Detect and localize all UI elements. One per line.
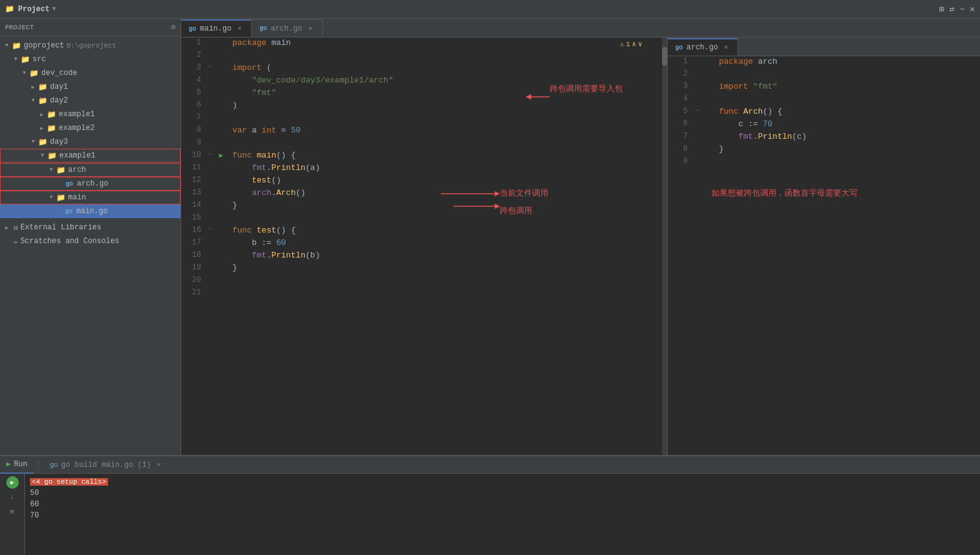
- minus-icon[interactable]: −: [959, 4, 964, 14]
- bottom-tab-run[interactable]: ▶ Run: [0, 456, 34, 474]
- right-code-content-2[interactable]: [714, 69, 980, 81]
- code-content-1[interactable]: package main: [227, 38, 667, 50]
- chevron-up-icon[interactable]: ∧: [632, 40, 636, 48]
- title-dropdown-icon[interactable]: ▼: [52, 6, 56, 12]
- right-line-num-8: 8: [668, 144, 693, 156]
- tree-item-day3-example1[interactable]: ▼ 📁 example1: [0, 149, 181, 162]
- tree-item-day2-example2[interactable]: ▶ 📁 example2: [0, 121, 181, 135]
- tree-item-day3[interactable]: ▼ 📁 day3: [0, 135, 181, 149]
- code-content-3[interactable]: import (: [227, 62, 667, 75]
- right-fold-5[interactable]: −: [693, 106, 701, 119]
- tree-item-main-folder[interactable]: ▼ 📁 main: [0, 191, 181, 204]
- right-code-content-5[interactable]: func Arch() {: [714, 106, 980, 119]
- code-content-6[interactable]: ): [227, 100, 667, 112]
- sidebar-settings-icon[interactable]: ⚙: [171, 22, 176, 32]
- tree-item-dev-code[interactable]: ▼ 📁 dev_code: [0, 66, 181, 80]
- right-fold-3: [693, 81, 701, 94]
- right-editor[interactable]: 1 package arch 2 3: [668, 56, 980, 455]
- line-num-6: 6: [181, 100, 206, 112]
- code-content-21[interactable]: [227, 288, 667, 300]
- terminal-content[interactable]: <4 go setup calls> 50 60 70: [25, 474, 980, 555]
- code-content-17[interactable]: b := 60: [227, 238, 667, 250]
- fold-10[interactable]: −: [206, 150, 215, 162]
- code-line-9: 9: [181, 138, 667, 150]
- tree-label-dev-code: dev_code: [41, 69, 77, 78]
- fold-14: [206, 200, 215, 212]
- right-code-line-9: 9: [668, 156, 980, 169]
- code-line-4: 4 "dev_code/day3/example1/arch": [181, 75, 667, 88]
- right-code-content-3[interactable]: import "fmt": [714, 81, 980, 94]
- right-code-content-6[interactable]: c := 70: [714, 119, 980, 131]
- tree-item-day2-example1[interactable]: ▶ 📁 example1: [0, 108, 181, 121]
- right-code-content-8[interactable]: }: [714, 144, 980, 156]
- code-line-8: 8 var a int = 50: [181, 125, 667, 138]
- output-value-60: 60: [30, 500, 39, 509]
- stop-icon[interactable]: ≡: [10, 508, 15, 517]
- code-content-15[interactable]: [227, 212, 667, 225]
- fold-3[interactable]: −: [206, 62, 215, 75]
- code-content-12[interactable]: test(): [227, 175, 667, 188]
- scrollbar-track[interactable]: [662, 38, 667, 455]
- tab-go-icon-arch-right: go: [675, 44, 683, 51]
- code-line-3: 3 − import (: [181, 62, 667, 75]
- scrollbar-thumb[interactable]: [662, 47, 667, 66]
- code-content-19[interactable]: }: [227, 262, 667, 275]
- code-content-5[interactable]: "fmt": [227, 88, 667, 100]
- code-content-14[interactable]: }: [227, 200, 667, 212]
- right-code-content-9[interactable]: [714, 156, 980, 169]
- line-num-7: 7: [181, 112, 206, 125]
- bottom-tab-build[interactable]: go go build main.go (1) ×: [44, 456, 167, 474]
- fold-16[interactable]: −: [206, 225, 215, 238]
- code-content-10[interactable]: func main() {: [227, 150, 667, 162]
- code-content-16[interactable]: func test() {: [227, 225, 667, 238]
- tree-item-goproject[interactable]: ▼ 📁 goproject D:\goproject: [0, 39, 181, 52]
- close-icon[interactable]: ✕: [970, 4, 975, 14]
- code-content-9[interactable]: [227, 138, 667, 150]
- tab-arch-go-left[interactable]: go arch.go ×: [252, 19, 322, 37]
- arrows-icon[interactable]: ⇄: [949, 4, 954, 14]
- right-line-num-7: 7: [668, 131, 693, 144]
- folder-icon-day2: 📁: [37, 96, 47, 106]
- tree-item-main-go[interactable]: go main.go: [0, 204, 181, 218]
- right-code-content-4[interactable]: [714, 94, 980, 106]
- code-content-7[interactable]: [227, 112, 667, 125]
- tab-close-arch-left[interactable]: ×: [306, 24, 315, 33]
- run-10[interactable]: ▶: [215, 150, 227, 162]
- code-content-8[interactable]: var a int = 50: [227, 125, 667, 138]
- tree-label-main-go: main.go: [76, 207, 107, 216]
- right-code-content-1[interactable]: package arch: [714, 56, 980, 69]
- tab-go-icon-main: go: [189, 26, 196, 32]
- code-line-13: 13 arch.Arch(): [181, 188, 667, 200]
- tree-item-day1[interactable]: ▶ 📁 day1: [0, 80, 181, 94]
- tab-arch-go-right[interactable]: go arch.go ×: [668, 38, 738, 56]
- code-content-20[interactable]: [227, 275, 667, 288]
- grid-icon[interactable]: ⊞: [939, 4, 944, 14]
- code-line-16: 16 − func test() {: [181, 225, 667, 238]
- tab-main-go[interactable]: go main.go ×: [181, 19, 252, 37]
- tree-item-src[interactable]: ▼ 📁 src: [0, 52, 181, 66]
- code-content-13[interactable]: arch.Arch(): [227, 188, 667, 200]
- run-20: [215, 275, 227, 288]
- right-code-line-5: 5 − func Arch() {: [668, 106, 980, 119]
- run-play-button[interactable]: ▶: [6, 476, 19, 489]
- sidebar-item-scratches[interactable]: ▶ ✏ Scratches and Consoles: [0, 234, 181, 248]
- tab-close-main[interactable]: ×: [235, 24, 244, 33]
- tab-close-arch-right[interactable]: ×: [721, 43, 730, 52]
- right-code-content-7[interactable]: fmt.Println(c): [714, 131, 980, 144]
- sidebar-item-external-libraries[interactable]: ▶ ⊟ External Libraries: [0, 221, 181, 234]
- run-4: [215, 75, 227, 88]
- code-line-20: 20: [181, 275, 667, 288]
- code-content-18[interactable]: fmt.Println(b): [227, 250, 667, 262]
- code-content-4[interactable]: "dev_code/day3/example1/arch": [227, 75, 667, 88]
- code-content-2[interactable]: [227, 50, 667, 62]
- tree-item-day2[interactable]: ▼ 📁 day2: [0, 94, 181, 108]
- chevron-down-icon[interactable]: ∨: [638, 40, 642, 48]
- tree-item-arch-folder[interactable]: ▼ 📁 arch: [0, 163, 181, 177]
- fold-13: [206, 188, 215, 200]
- line-num-5: 5: [181, 88, 206, 100]
- code-content-11[interactable]: fmt.Println(a): [227, 162, 667, 175]
- scroll-down-icon[interactable]: ↓: [10, 492, 14, 501]
- left-editor[interactable]: ⚠ 1 ∧ ∨ 1 package main 2: [181, 38, 667, 455]
- bottom-tab-close[interactable]: ×: [157, 461, 161, 469]
- tree-item-arch-go[interactable]: go arch.go: [0, 177, 181, 191]
